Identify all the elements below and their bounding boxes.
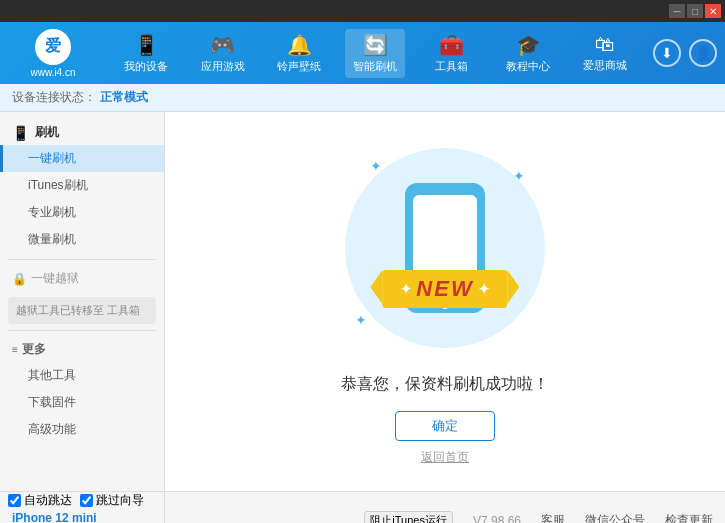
download-button[interactable]: ⬇: [653, 39, 681, 67]
nav-logo: 爱 www.i4.cn: [8, 29, 98, 78]
auto-follow-checkbox[interactable]: 自动跳达: [8, 492, 72, 509]
jailbreak-label: 一键越狱: [31, 270, 79, 287]
nav-item-ringtones[interactable]: 🔔 铃声壁纸: [269, 29, 329, 78]
sidebar-info-box: 越狱工具已转移至 工具箱: [8, 297, 156, 324]
sparkle-2: ✦: [513, 168, 525, 184]
nav-item-apps-games[interactable]: 🎮 应用游戏: [193, 29, 253, 78]
sidebar-item-advanced[interactable]: 高级功能: [0, 416, 164, 443]
toolbox-label: 工具箱: [435, 59, 468, 74]
device-info: iPhone 12 mini 64GB Down-12mini-13,1: [8, 511, 156, 523]
nav-bar: 爱 www.i4.cn 📱 我的设备 🎮 应用游戏 🔔 铃声壁纸 🔄 智能刷机 …: [0, 22, 725, 84]
customer-service-link[interactable]: 客服: [541, 512, 565, 523]
ribbon-star-left: ✦: [400, 281, 412, 297]
status-bar: 设备连接状态： 正常模式: [0, 84, 725, 112]
skip-guide-label: 跳过向导: [96, 492, 144, 509]
new-ribbon: ✦ NEW ✦: [382, 270, 507, 308]
flash-section-icon: 📱: [12, 125, 29, 141]
sidebar-item-jailbreak: 🔒 一键越狱: [0, 266, 164, 291]
my-device-icon: 📱: [134, 33, 159, 57]
ribbon-arrow-left: [370, 270, 382, 304]
ribbon-text: NEW: [416, 276, 473, 302]
sidebar-item-download-firmware[interactable]: 下载固件: [0, 389, 164, 416]
auto-follow-label: 自动跳达: [24, 492, 72, 509]
back-link[interactable]: 返回首页: [421, 449, 469, 466]
phone-illustration: ✦ ✦ ✦ ✦ NEW ✦: [335, 138, 555, 358]
apps-games-label: 应用游戏: [201, 59, 245, 74]
logo-site: www.i4.cn: [30, 67, 75, 78]
stop-itunes-button[interactable]: 阻止iTunes运行: [364, 511, 453, 523]
minimize-button[interactable]: ─: [669, 4, 685, 18]
apps-games-icon: 🎮: [210, 33, 235, 57]
sidebar-more-section: ≡ 更多: [0, 337, 164, 362]
status-label: 设备连接状态：: [12, 89, 96, 106]
sidebar-item-save-flash[interactable]: 微量刷机: [0, 226, 164, 253]
sidebar: 📱 刷机 一键刷机 iTunes刷机 专业刷机 微量刷机 🔒 一键越狱 越狱工具…: [0, 112, 165, 491]
smart-flash-label: 智能刷机: [353, 59, 397, 74]
shop-icon: 🛍: [595, 33, 615, 56]
logo-icon: 爱: [35, 29, 71, 65]
bottom-full-bar: 自动跳达 跳过向导 iPhone 12 mini 64GB Down-12min…: [0, 491, 725, 523]
wechat-link[interactable]: 微信公众号: [585, 512, 645, 523]
sidebar-divider-1: [8, 259, 156, 260]
nav-item-tutorials[interactable]: 🎓 教程中心: [498, 29, 558, 78]
ribbon-star-right: ✦: [478, 281, 490, 297]
nav-items: 📱 我的设备 🎮 应用游戏 🔔 铃声壁纸 🔄 智能刷机 🧰 工具箱 🎓 教程中心…: [108, 29, 643, 78]
sidebar-item-other-tools[interactable]: 其他工具: [0, 362, 164, 389]
more-title: 更多: [22, 341, 46, 358]
sidebar-item-one-click-flash[interactable]: 一键刷机: [0, 145, 164, 172]
sparkle-1: ✦: [370, 158, 382, 174]
skip-guide-input[interactable]: [80, 494, 93, 507]
ribbon-arrow-right: [508, 270, 520, 304]
more-icon: ≡: [12, 344, 18, 355]
smart-flash-icon: 🔄: [363, 33, 388, 57]
skip-guide-checkbox[interactable]: 跳过向导: [80, 492, 144, 509]
sidebar-divider-2: [8, 330, 156, 331]
bottom-sidebar-part: 自动跳达 跳过向导 iPhone 12 mini 64GB Down-12min…: [0, 492, 165, 523]
flash-section-title: 刷机: [35, 124, 59, 141]
device-name: iPhone 12 mini: [12, 511, 156, 523]
ringtones-icon: 🔔: [287, 33, 312, 57]
bottom-content-part: 阻止iTunes运行 V7.98.66 客服 微信公众号 检查更新: [165, 492, 725, 523]
checkboxes-row: 自动跳达 跳过向导: [8, 492, 156, 509]
nav-right: ⬇ 👤: [653, 39, 717, 67]
sidebar-item-itunes-flash[interactable]: iTunes刷机: [0, 172, 164, 199]
ribbon-body: ✦ NEW ✦: [382, 270, 507, 308]
sidebar-section-flash: 📱 刷机: [0, 120, 164, 145]
version-text: V7.98.66: [473, 514, 521, 524]
nav-item-toolbox[interactable]: 🧰 工具箱: [422, 29, 482, 78]
lock-icon: 🔒: [12, 272, 27, 286]
sidebar-item-pro-flash[interactable]: 专业刷机: [0, 199, 164, 226]
auto-follow-input[interactable]: [8, 494, 21, 507]
nav-item-my-device[interactable]: 📱 我的设备: [116, 29, 176, 78]
content-area: ✦ ✦ ✦ ✦ NEW ✦ 恭喜您，保资料刷机成功啦！ 确定 返回首页: [165, 112, 725, 491]
shop-label: 爱思商城: [583, 58, 627, 73]
success-message: 恭喜您，保资料刷机成功啦！: [341, 374, 549, 395]
check-update-link[interactable]: 检查更新: [665, 512, 713, 523]
tutorials-icon: 🎓: [516, 33, 541, 57]
ringtones-label: 铃声壁纸: [277, 59, 321, 74]
sparkle-3: ✦: [355, 312, 367, 328]
my-device-label: 我的设备: [124, 59, 168, 74]
tutorials-label: 教程中心: [506, 59, 550, 74]
status-value: 正常模式: [100, 89, 148, 106]
maximize-button[interactable]: □: [687, 4, 703, 18]
close-button[interactable]: ✕: [705, 4, 721, 18]
account-button[interactable]: 👤: [689, 39, 717, 67]
toolbox-icon: 🧰: [439, 33, 464, 57]
title-bar: ─ □ ✕: [0, 0, 725, 22]
nav-item-shop[interactable]: 🛍 爱思商城: [575, 29, 635, 78]
confirm-button[interactable]: 确定: [395, 411, 495, 441]
nav-item-smart-flash[interactable]: 🔄 智能刷机: [345, 29, 405, 78]
main-layout: 📱 刷机 一键刷机 iTunes刷机 专业刷机 微量刷机 🔒 一键越狱 越狱工具…: [0, 112, 725, 491]
